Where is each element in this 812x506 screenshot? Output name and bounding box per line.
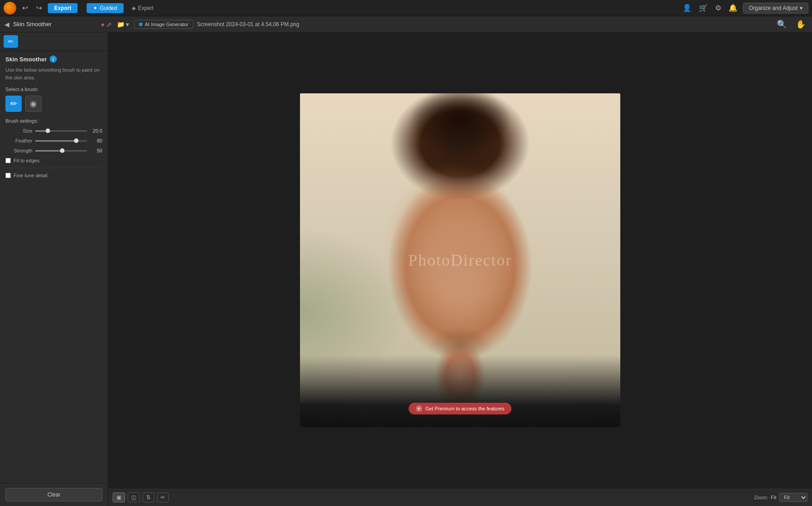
panel-title: Skin Smoother [13,21,51,28]
folder-icon: 📁 [117,21,125,28]
organize-label: Organize and Adjust [749,5,798,11]
export-button[interactable]: Export [48,3,78,13]
strength-fill [35,150,60,152]
size-label: Size [5,128,32,133]
ai-badge[interactable]: AI Image Generator [134,20,194,29]
filename: Screenshot 2024-03-01 at 4.54.06 PM.png [197,21,300,28]
hand-tool-button[interactable]: ✋ [793,18,808,31]
select-brush-label: Select a brush: [5,87,102,92]
feather-label: Feather [5,138,32,143]
settings-icon[interactable]: ⚙ [713,2,723,14]
red-close-button[interactable]: ● [101,21,105,28]
export-panel-button[interactable]: ⬀ [106,21,112,28]
divider [5,168,102,168]
feather-value: 80 [90,138,102,143]
feather-slider[interactable] [35,140,87,142]
panel-description: Use the below smoothing brush to paint o… [5,66,102,81]
erase-brush-button[interactable]: ◉ [25,96,42,112]
bottom-right: Zoom: Fit Fit 25% 50% 75% 100% 150% 200% [754,493,807,502]
zoom-select[interactable]: Fit 25% 50% 75% 100% 150% 200% [779,493,807,502]
center-area: PhotoDirector ✦ Get Premium to access th… [108,32,812,506]
feather-thumb[interactable] [74,138,78,143]
back-button[interactable]: ◀ [4,20,10,29]
main-area: ✏ Skin Smoother i Use the below smoothin… [0,32,812,506]
strength-value: 50 [90,148,102,153]
folder-chevron: ▾ [126,21,129,28]
top-right-tools: 🔍 ✋ [774,18,808,31]
brush-settings-label: Brush settings: [5,118,102,124]
expert-label: Expert [138,5,154,11]
folder-button[interactable]: 📁 ▾ [115,19,130,29]
premium-label: Get Premium to access the features [425,406,504,411]
mode-tabs: ✦ Guided ◈ Expert [87,3,160,13]
ai-badge-label: AI Image Generator [145,22,189,27]
zoom-value: Fit [771,495,776,500]
brush-tab[interactable]: ✏ [4,35,18,48]
tab-expert[interactable]: ◈ Expert [125,3,160,13]
top-bar-right: 👤 🛒 ⚙ 🔔 Organize and Adjust ▾ [681,2,808,14]
size-slider[interactable] [35,130,87,132]
premium-icon: ✦ [416,405,422,412]
top-bar: ↩ ↪ Export ✦ Guided ◈ Expert 👤 🛒 ⚙ 🔔 Org… [0,0,812,16]
panel-tabs: ✏ [0,32,108,51]
sort-button[interactable]: ⇅ [143,492,154,502]
file-area: 📁 ▾ AI Image Generator Screenshot 2024-0… [115,19,770,29]
account-icon[interactable]: 👤 [681,2,693,14]
brush-options: ✏ ◉ [5,96,102,112]
clear-button[interactable]: Clear [5,488,102,501]
section-title: Skin Smoother [5,56,47,63]
edit-button[interactable]: ✏ [157,492,169,502]
app-logo [4,2,16,14]
premium-badge[interactable]: ✦ Get Premium to access the features [409,403,512,414]
single-view-button[interactable]: ▣ [113,492,125,502]
expert-icon: ◈ [132,5,136,11]
redo-button[interactable]: ↪ [34,3,44,13]
fine-tune-label: Fine tune detail [14,173,47,178]
panel-bottom: Clear [0,483,108,506]
left-panel: ✏ Skin Smoother i Use the below smoothin… [0,32,108,506]
notification-icon[interactable]: 🔔 [727,2,739,14]
panel-title-icons: ● ⬀ [101,21,112,28]
undo-button[interactable]: ↩ [20,3,30,13]
size-slider-row: Size 20.0 [5,128,102,133]
size-value: 20.0 [90,128,102,133]
chevron-down-icon: ▾ [800,5,803,11]
strength-slider-row: Strength 50 [5,148,102,153]
canvas-area: PhotoDirector ✦ Get Premium to access th… [108,32,812,488]
strength-slider[interactable] [35,150,87,152]
search-tool-button[interactable]: 🔍 [774,18,789,31]
fit-to-edges-label: Fit to edges [14,158,39,163]
strength-thumb[interactable] [60,148,65,153]
section-header: Skin Smoother i [5,55,102,63]
cart-icon[interactable]: 🛒 [697,2,710,14]
photo-background: PhotoDirector ✦ Get Premium to access th… [300,93,620,427]
tab-guided[interactable]: ✦ Guided [87,3,124,13]
size-fill [35,130,46,132]
portrait-simulation [300,93,620,427]
photo-container: PhotoDirector ✦ Get Premium to access th… [300,93,620,427]
ai-badge-dot [139,23,143,26]
info-icon[interactable]: i [50,55,57,63]
fine-tune-checkbox[interactable] [5,173,11,178]
feather-fill [35,140,74,142]
edit-icon: ✏ [161,494,165,501]
zoom-label: Zoom: [754,495,768,500]
split-view-icon: ◫ [131,494,136,501]
single-view-icon: ▣ [116,494,121,501]
panel-title-bar: ◀ Skin Smoother ● ⬀ [4,20,112,29]
guided-label: Guided [100,5,117,11]
fit-to-edges-row: Fit to edges [5,158,102,163]
strength-label: Strength [5,148,32,153]
fine-tune-row: Fine tune detail [5,173,102,178]
size-thumb[interactable] [46,129,50,133]
fit-to-edges-checkbox[interactable] [5,158,11,163]
bottom-toolbar: ▣ ◫ ⇅ ✏ Zoom: Fit Fit 25% 50% 75% 100% [108,488,812,506]
guided-icon: ✦ [93,5,97,11]
panel-content: Skin Smoother i Use the below smoothing … [0,51,108,483]
organize-button[interactable]: Organize and Adjust ▾ [743,3,808,14]
second-bar: ◀ Skin Smoother ● ⬀ 📁 ▾ AI Image Generat… [0,16,812,32]
sort-icon: ⇅ [146,494,151,501]
paint-brush-button[interactable]: ✏ [5,96,22,112]
feather-slider-row: Feather 80 [5,138,102,143]
split-view-button[interactable]: ◫ [128,492,140,502]
